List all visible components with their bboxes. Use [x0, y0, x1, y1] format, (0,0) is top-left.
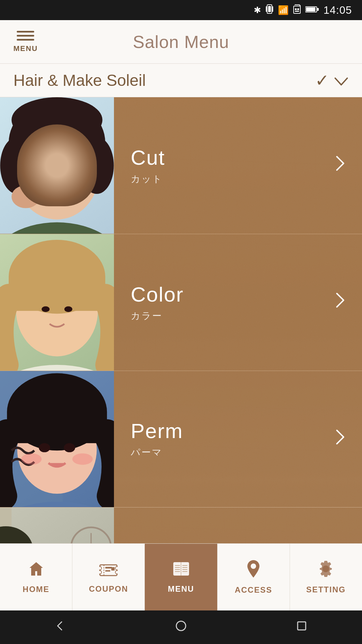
svg-point-20 — [64, 168, 73, 174]
chevron-right-icon-color — [335, 292, 345, 313]
salon-name: Hair & Make Soleil — [13, 71, 146, 90]
nav-label-setting: SETTING — [306, 585, 346, 594]
menu-line-1 — [17, 31, 34, 33]
menu-book-icon — [172, 561, 190, 581]
battery-icon — [305, 5, 319, 15]
menu-line-3 — [17, 39, 34, 41]
menu-photo-color — [0, 234, 114, 371]
bluetooth-icon: ✱ — [254, 5, 261, 15]
menu-title-cut-en: Cut — [131, 146, 165, 169]
svg-rect-36 — [7, 412, 107, 443]
setting-icon — [317, 560, 335, 582]
menu-item-perm[interactable]: Perm パーマ — [0, 371, 362, 508]
menu-text-cut: Cut カット — [131, 146, 165, 185]
page-title: Salon Menu — [133, 32, 229, 52]
menu-photo-cut — [0, 97, 114, 234]
nav-item-home[interactable]: HOME — [0, 544, 72, 610]
menu-content-color[interactable]: Color カラー — [114, 234, 362, 371]
svg-point-39 — [21, 453, 42, 465]
svg-point-54 — [99, 567, 102, 570]
svg-point-21 — [11, 185, 40, 208]
svg-rect-1 — [268, 6, 271, 12]
salon-selector[interactable]: Hair & Make Soleil ✓ — [0, 64, 362, 97]
sim-icon — [293, 4, 301, 16]
menu-button[interactable]: MENU — [13, 31, 38, 53]
menu-title-color-jp: カラー — [131, 310, 184, 322]
menu-line-2 — [17, 35, 34, 37]
svg-point-19 — [41, 168, 50, 174]
menu-item-cut[interactable]: Cut カット — [0, 97, 362, 234]
nav-item-access[interactable]: ACCESS — [218, 544, 290, 610]
svg-point-72 — [176, 621, 186, 631]
nav-label-coupon: COUPON — [89, 584, 128, 594]
menu-button-label: MENU — [13, 44, 38, 53]
svg-rect-6 — [297, 8, 299, 10]
menu-item-color[interactable]: Color カラー — [0, 234, 362, 371]
svg-point-16 — [0, 137, 35, 194]
home-icon — [28, 560, 45, 581]
app-header: MENU Salon Menu — [0, 20, 362, 64]
svg-point-40 — [72, 453, 93, 465]
menu-photo-perm — [0, 371, 114, 507]
android-recent-button[interactable] — [296, 620, 308, 635]
svg-point-38 — [64, 443, 75, 452]
svg-rect-27 — [9, 277, 105, 311]
svg-point-28 — [42, 306, 50, 312]
status-bar: ✱ 📶 — [0, 0, 362, 20]
menu-content-cut[interactable]: Cut カット — [114, 97, 362, 234]
svg-rect-2 — [266, 6, 267, 12]
svg-point-18 — [11, 97, 102, 143]
nav-item-menu[interactable]: MENU — [145, 544, 217, 610]
coupon-icon — [99, 561, 118, 581]
svg-rect-60 — [105, 570, 110, 572]
svg-rect-7 — [295, 11, 299, 12]
nav-label-menu: MENU — [168, 584, 194, 594]
svg-rect-73 — [298, 622, 306, 630]
svg-point-17 — [80, 137, 114, 194]
content-area: MENU Salon Menu Hair & Make Soleil ✓ — [0, 20, 362, 644]
nav-item-setting[interactable]: SETTING — [290, 544, 362, 610]
menu-title-perm-en: Perm — [131, 419, 183, 443]
wifi-icon: 📶 — [278, 5, 289, 15]
svg-point-55 — [99, 571, 102, 574]
vibrate-icon — [266, 4, 273, 16]
bottom-navigation: HOME COUPON — [0, 543, 362, 610]
menu-title-perm-jp: パーマ — [131, 446, 183, 459]
svg-point-56 — [115, 567, 118, 570]
menu-text-color: Color カラー — [131, 282, 184, 322]
menu-title-color-en: Color — [131, 282, 184, 306]
chevron-right-icon-perm — [335, 429, 345, 449]
svg-point-29 — [64, 306, 72, 312]
access-icon — [247, 559, 260, 582]
android-back-button[interactable] — [54, 620, 66, 635]
svg-rect-10 — [317, 8, 319, 11]
svg-rect-9 — [306, 7, 315, 11]
nav-label-access: ACCESS — [235, 585, 272, 595]
chevron-down-icon: ✓ — [315, 71, 349, 90]
page-wrapper: ✱ 📶 — [0, 0, 362, 644]
svg-rect-61 — [111, 567, 115, 571]
svg-point-57 — [115, 571, 118, 574]
svg-rect-5 — [295, 8, 297, 10]
nav-label-home: HOME — [23, 585, 50, 594]
svg-rect-59 — [105, 567, 112, 569]
menu-content-perm[interactable]: Perm パーマ — [114, 371, 362, 507]
status-time: 14:05 — [323, 4, 352, 16]
chevron-right-icon-cut — [335, 155, 345, 176]
nav-item-coupon[interactable]: COUPON — [72, 544, 145, 610]
status-icons: ✱ 📶 — [254, 4, 352, 16]
menu-title-cut-jp: カット — [131, 173, 165, 185]
svg-point-37 — [39, 443, 50, 452]
svg-rect-3 — [272, 6, 273, 12]
menu-text-perm: Perm パーマ — [131, 419, 183, 459]
android-navbar — [0, 610, 362, 644]
svg-rect-4 — [294, 6, 300, 13]
android-home-button[interactable] — [175, 620, 187, 635]
svg-point-71 — [251, 564, 256, 569]
